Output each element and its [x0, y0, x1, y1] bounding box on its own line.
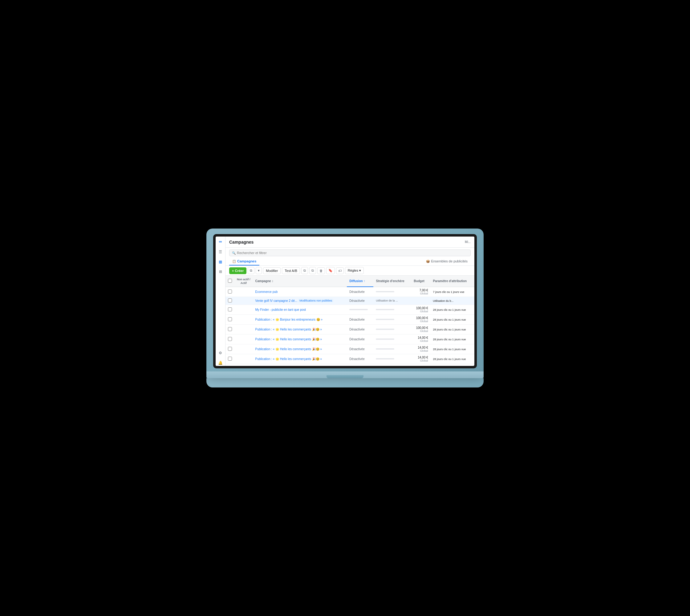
- strategie-bar: [376, 338, 394, 340]
- table-row: Ecommerce pubDésactivée7,00 €Global7 jou…: [225, 287, 474, 296]
- attribution-text: 28 jours clic ou 1 jours vue: [433, 348, 466, 351]
- row-toggle-cell: [234, 334, 253, 344]
- row-strategie-cell: [373, 364, 411, 366]
- row-checkbox[interactable]: [228, 299, 232, 303]
- table-row: Publication : « 🌟 Hello les commerçants …: [225, 364, 474, 366]
- header-strategie[interactable]: Stratégie d'enchère: [373, 276, 411, 287]
- table-row: My Finder - publicite en tant que post10…: [225, 305, 474, 314]
- row-budget-cell: 14,00 €Global: [411, 344, 430, 354]
- budget-amount: 14,00 €: [414, 336, 428, 339]
- tab-campagnes-label: Campagnes: [237, 259, 256, 263]
- attribution-text: 28 jours clic ou 1 jours vue: [433, 358, 466, 361]
- row-campaign-cell: Publication : « 🌟 Bonjour les entreprene…: [253, 314, 347, 324]
- duplicate-button[interactable]: ⧉: [247, 267, 255, 274]
- header-campaign-label: Campagne: [255, 279, 271, 283]
- tab-ensembles-label: Ensembles de publicités: [431, 259, 468, 263]
- budget-amount: 100,00 €: [414, 326, 428, 330]
- budget-amount: 14,00 €: [414, 356, 428, 359]
- strategie-bar: [376, 348, 394, 350]
- test-ab-button[interactable]: Test A/B: [282, 267, 300, 274]
- campaign-tag-badge: Modifications non publiées: [298, 299, 333, 303]
- row-budget-cell: 7,00 €Global: [411, 287, 430, 296]
- top-bar: Campagnes Mi...: [225, 237, 474, 248]
- tab-campagnes-icon: 📋: [232, 260, 236, 263]
- row-diffusion-cell: Désactivée: [347, 334, 373, 344]
- toolbar: + Créer ⧉ ▾ Modifier Test A/B ⧉ ⧉ 🗑 🔖 🏷 …: [225, 266, 474, 276]
- header-budget[interactable]: Budget: [411, 276, 430, 287]
- copy-button[interactable]: ⧉: [301, 267, 308, 274]
- header-budget-label: Budget: [414, 279, 424, 283]
- strategie-bar: [376, 309, 394, 310]
- header-strategie-label: Stratégie d'enchère: [376, 279, 404, 283]
- campaign-name[interactable]: Publication : « 🌟 Bonjour les entreprene…: [255, 318, 345, 321]
- row-checkbox[interactable]: [228, 289, 232, 293]
- campaign-name[interactable]: Publication : « 🌟 Hello les commerçants …: [255, 347, 345, 351]
- row-toggle-cell: [234, 314, 253, 324]
- strategie-bar: [376, 358, 394, 359]
- row-campaign-cell: Ecommerce pub: [253, 287, 347, 296]
- campaign-name[interactable]: Publication : « 🌟 Hello les commerçants …: [255, 357, 345, 361]
- diffusion-status: Désactivée: [349, 357, 364, 361]
- budget-amount: 7,00 €: [414, 289, 428, 292]
- header-attribution[interactable]: Paramètre d'attribution: [431, 276, 474, 287]
- row-campaign-cell: Publication : « 🌟 Hello les commerçants …: [253, 354, 347, 364]
- tab-campagnes[interactable]: 📋 Campagnes: [229, 258, 259, 265]
- row-campaign-cell: Publication : « 🌟 Hello les commerçants …: [253, 334, 347, 344]
- modify-button[interactable]: Modifier: [263, 267, 281, 274]
- row-checkbox[interactable]: [228, 317, 232, 321]
- row-attribution-cell: Utilisation du b...: [431, 296, 474, 305]
- campaign-name[interactable]: Ecommerce pub: [255, 290, 345, 293]
- row-checkbox-cell: [225, 314, 234, 324]
- campaign-name[interactable]: My Finder - publicite en tant que post: [255, 308, 345, 311]
- paste-button[interactable]: ⧉: [309, 267, 316, 274]
- header-campaign[interactable]: Campagne ↕: [253, 276, 347, 287]
- delete-button[interactable]: 🗑: [317, 267, 325, 274]
- budget-amount: 14,00 €: [414, 366, 428, 366]
- sidebar-icon-bell[interactable]: 🔔: [217, 360, 224, 366]
- row-checkbox[interactable]: [228, 327, 232, 331]
- sidebar-icon-calendar[interactable]: ▦: [217, 259, 224, 265]
- budget-amount: 100,00 €: [414, 316, 428, 320]
- search-bar[interactable]: 🔍: [229, 249, 471, 256]
- budget-amount: 14,00 €: [414, 346, 428, 349]
- campaign-name[interactable]: Publication : « 🌟 Hello les commerçants …: [255, 337, 345, 341]
- budget-type: Global: [414, 320, 428, 323]
- row-checkbox[interactable]: [228, 337, 232, 341]
- header-diffusion[interactable]: Diffusion ↑: [347, 276, 373, 287]
- header-checkbox[interactable]: [225, 276, 234, 287]
- rules-button[interactable]: Règles ▾: [345, 267, 364, 274]
- bookmark-button[interactable]: 🔖: [326, 267, 335, 274]
- sidebar-icon-settings[interactable]: ⚙: [217, 350, 224, 356]
- row-attribution-cell: 28 jours clic ou 1 jours vue: [431, 334, 474, 344]
- row-diffusion-cell: [347, 305, 373, 314]
- strategie-bar: [376, 329, 394, 330]
- tag-button[interactable]: 🏷: [336, 267, 344, 274]
- row-checkbox-cell: [225, 287, 234, 296]
- row-toggle-cell: [234, 354, 253, 364]
- tab-ensembles[interactable]: 📦 Ensembles de publicités: [423, 258, 471, 265]
- campaign-name[interactable]: Publication : « 🌟 Hello les commerçants …: [255, 328, 345, 331]
- budget-amount: 100,00 €: [414, 306, 428, 310]
- sidebar-icon-grid[interactable]: ⊞: [217, 269, 224, 275]
- row-checkbox[interactable]: [228, 347, 232, 351]
- search-input[interactable]: [237, 251, 468, 255]
- row-strategie-cell: [373, 324, 411, 334]
- row-checkbox-cell: [225, 344, 234, 354]
- campaign-name[interactable]: Vente golf IV campagne 2 dé...Modificati…: [255, 299, 345, 303]
- row-strategie-cell: Utilisation de la ...: [373, 296, 411, 305]
- row-budget-cell: 14,00 €Global: [411, 364, 430, 366]
- row-checkbox[interactable]: [228, 307, 232, 311]
- row-strategie-cell: [373, 287, 411, 296]
- row-diffusion-cell: Désactivée: [347, 354, 373, 364]
- row-diffusion-cell: Désactivée: [347, 296, 373, 305]
- select-all-checkbox[interactable]: [228, 279, 232, 283]
- strategie-bar: [376, 319, 394, 320]
- dropdown-button[interactable]: ▾: [256, 267, 262, 274]
- sidebar-icon-menu[interactable]: ☰: [217, 249, 224, 255]
- diffusion-status: Désactivée: [349, 328, 364, 331]
- left-sidebar: ∞ ☰ ▦ ⊞ ⚙ 🔔: [216, 237, 225, 366]
- row-checkbox[interactable]: [228, 357, 232, 361]
- create-button[interactable]: + Créer: [229, 267, 246, 274]
- diffusion-status: Désactivée: [349, 347, 364, 351]
- page-title: Campagnes: [229, 240, 462, 245]
